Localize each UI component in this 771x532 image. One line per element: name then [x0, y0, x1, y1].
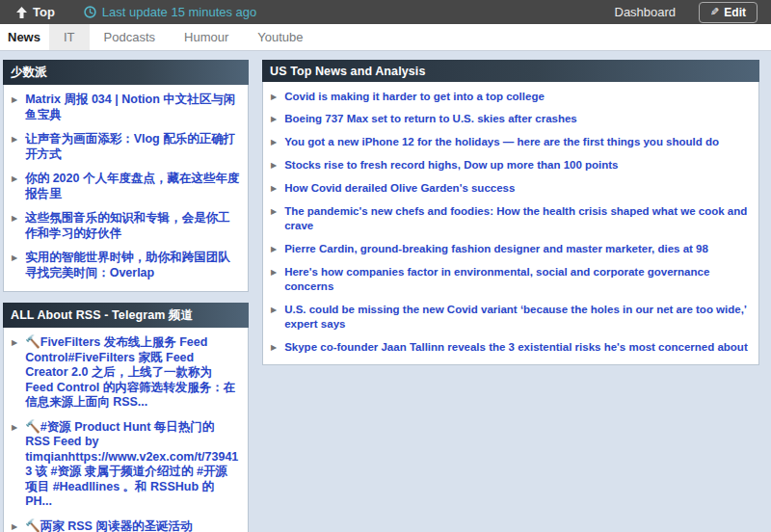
item-arrow-icon: ▶ — [12, 211, 17, 241]
feed-item[interactable]: ▶让声音为画面添彩：Vlog 配乐的正确打开方式 — [11, 127, 241, 167]
feed-item[interactable]: ▶你的 2020 个人年度盘点，藏在这些年度报告里 — [11, 167, 241, 206]
feed-item[interactable]: ▶Covid is making it harder to get into a… — [270, 85, 752, 108]
tab-youtube[interactable]: Youtube — [243, 24, 317, 50]
feed-item[interactable]: ▶Skype co-founder Jaan Tallinn reveals t… — [270, 335, 752, 359]
panel-usnews: US Top News and Analysis ▶Covid is makin… — [262, 60, 759, 365]
edit-button-label: Edit — [724, 6, 746, 19]
feed-item-list: ▶Covid is making it harder to get into a… — [262, 82, 759, 365]
feed-item[interactable]: ▶🔨#资源 Product Hunt 每日热门的 RSS Feed by tim… — [11, 415, 241, 515]
feed-item[interactable]: ▶The pandemic's new chefs and foodies: H… — [270, 200, 752, 238]
item-link[interactable]: 你的 2020 个人年度盘点，藏在这些年度报告里 — [25, 172, 240, 201]
feed-item[interactable]: ▶You got a new iPhone 12 for the holiday… — [270, 131, 752, 154]
feed-item[interactable]: ▶U.S. could be missing the new Covid var… — [270, 298, 752, 335]
feed-item-list: ▶🔨FiveFilters 发布线上服务 Feed Control#FiveFi… — [3, 328, 249, 532]
panel-title-shaoshupai: 少数派 — [3, 60, 249, 85]
item-arrow-icon: ▶ — [12, 251, 17, 280]
feed-item[interactable]: ▶🔨FiveFilters 发布线上服务 Feed Control#FiveFi… — [11, 331, 241, 415]
item-arrow-icon: ▶ — [12, 335, 17, 411]
item-arrow-icon: ▶ — [271, 303, 277, 332]
up-arrow-icon — [16, 7, 27, 18]
item-link[interactable]: Covid is making it harder to get into a … — [284, 90, 545, 104]
panel-title-allaboutrss: ALL About RSS - Telegram 频道 — [3, 303, 249, 328]
panel-title-usnews: US Top News and Analysis — [262, 60, 759, 82]
feed-item[interactable]: ▶🔨两家 RSS 阅读器的圣诞活动 ◆#Android #RSS阅读器 #APP… — [11, 515, 241, 532]
feed-item[interactable]: ▶Stocks rise to fresh record highs, Dow … — [270, 154, 752, 177]
item-link[interactable]: U.S. could be missing the new Covid vari… — [284, 303, 751, 332]
feed-item[interactable]: ▶Pierre Cardin, ground-breaking fashion … — [270, 238, 752, 261]
item-arrow-icon: ▶ — [271, 112, 277, 126]
item-link[interactable]: 实用的智能世界时钟，助你和跨国团队寻找完美时间：Overlap — [25, 251, 240, 280]
feed-item[interactable]: ▶Matrix 周报 034 | Notion 中文社区与闲鱼宝典 — [11, 88, 241, 127]
feed-item-list: ▶Matrix 周报 034 | Notion 中文社区与闲鱼宝典▶让声音为画面… — [3, 85, 249, 292]
item-link[interactable]: Pierre Cardin, ground-breaking fashion d… — [284, 242, 708, 256]
dashboard-label[interactable]: Dashboard — [615, 5, 677, 19]
tab-podcasts[interactable]: Podcasts — [90, 24, 170, 50]
item-link[interactable]: 这些氛围音乐的知识和专辑，会是你工作和学习的好伙伴 — [25, 211, 240, 241]
item-link[interactable]: Matrix 周报 034 | Notion 中文社区与闲鱼宝典 — [25, 93, 240, 122]
tab-bar: News IT Podcasts Humour Youtube — [0, 24, 771, 51]
feed-item[interactable]: ▶实用的智能世界时钟，助你和跨国团队寻找完美时间：Overlap — [11, 246, 241, 285]
top-bar: Top Last update 15 minutes ago Dashboard… — [0, 0, 771, 24]
last-update-link[interactable]: Last update 15 minutes ago — [84, 5, 256, 19]
item-link[interactable]: 🔨#资源 Product Hunt 每日热门的 RSS Feed by timq… — [25, 420, 240, 510]
item-arrow-icon: ▶ — [271, 135, 277, 149]
panel-allaboutrss: ALL About RSS - Telegram 频道 ▶🔨FiveFilter… — [3, 303, 249, 532]
feed-item[interactable]: ▶Boeing 737 Max set to return to U.S. sk… — [270, 108, 752, 131]
feed-item[interactable]: ▶这些氛围音乐的知识和专辑，会是你工作和学习的好伙伴 — [11, 206, 241, 246]
item-arrow-icon: ▶ — [271, 340, 277, 355]
item-link[interactable]: The pandemic's new chefs and foodies: Ho… — [284, 204, 751, 233]
tab-it[interactable]: IT — [49, 24, 90, 50]
item-arrow-icon: ▶ — [271, 90, 277, 104]
panel-shaoshupai: 少数派 ▶Matrix 周报 034 | Notion 中文社区与闲鱼宝典▶让声… — [3, 60, 249, 292]
tab-humour[interactable]: Humour — [170, 24, 243, 50]
item-arrow-icon: ▶ — [12, 93, 17, 122]
item-arrow-icon: ▶ — [12, 132, 17, 162]
item-arrow-icon: ▶ — [271, 158, 277, 173]
item-link[interactable]: Here's how companies factor in environme… — [284, 265, 751, 294]
item-arrow-icon: ▶ — [271, 181, 277, 196]
feed-item[interactable]: ▶How Covid derailed Olive Garden's succe… — [270, 177, 752, 200]
top-label: Top — [33, 5, 55, 19]
item-arrow-icon: ▶ — [271, 265, 277, 294]
clock-icon — [84, 6, 96, 18]
item-arrow-icon: ▶ — [12, 519, 17, 532]
item-arrow-icon: ▶ — [12, 172, 17, 201]
edit-button[interactable]: ✎ Edit — [699, 2, 758, 23]
item-arrow-icon: ▶ — [271, 204, 277, 233]
item-link[interactable]: Skype co-founder Jaan Tallinn reveals th… — [284, 340, 748, 355]
item-link[interactable]: Stocks rise to fresh record highs, Dow u… — [284, 158, 618, 173]
item-link[interactable]: 🔨FiveFilters 发布线上服务 Feed Control#FiveFil… — [25, 335, 240, 411]
item-arrow-icon: ▶ — [271, 242, 277, 256]
right-column: US Top News and Analysis ▶Covid is makin… — [262, 60, 759, 365]
pencil-icon: ✎ — [710, 7, 719, 17]
feed-item[interactable]: ▶Here's how companies factor in environm… — [270, 261, 752, 299]
item-link[interactable]: You got a new iPhone 12 for the holidays… — [284, 135, 719, 149]
tab-news[interactable]: News — [0, 24, 49, 50]
item-link[interactable]: How Covid derailed Olive Garden's succes… — [284, 181, 515, 196]
item-link[interactable]: 让声音为画面添彩：Vlog 配乐的正确打开方式 — [25, 132, 240, 162]
last-update-text: Last update 15 minutes ago — [102, 5, 256, 19]
scroll-top-button[interactable]: Top — [16, 5, 55, 19]
item-link[interactable]: 🔨两家 RSS 阅读器的圣诞活动 ◆#Android #RSS阅读器 #APP … — [25, 519, 240, 532]
dashboard-content: 少数派 ▶Matrix 周报 034 | Notion 中文社区与闲鱼宝典▶让声… — [0, 51, 771, 532]
item-link[interactable]: Boeing 737 Max set to return to U.S. ski… — [284, 112, 577, 126]
item-arrow-icon: ▶ — [12, 420, 17, 510]
left-column: 少数派 ▶Matrix 周报 034 | Notion 中文社区与闲鱼宝典▶让声… — [3, 60, 249, 532]
